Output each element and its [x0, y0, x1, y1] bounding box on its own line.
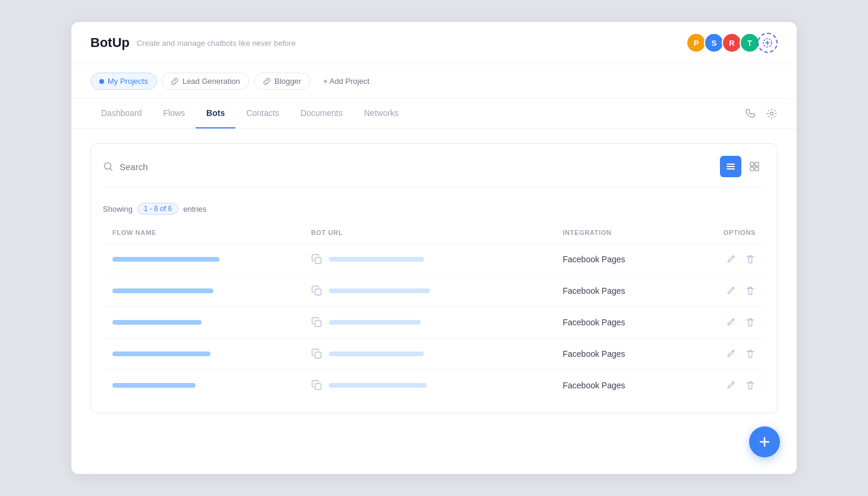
nav-tabs-right — [744, 108, 778, 120]
svg-point-2 — [105, 163, 111, 169]
header: BotUp Create and manage chatbots like ne… — [71, 22, 797, 64]
svg-rect-8 — [750, 167, 754, 171]
nav-tabs-bar: Dashboard Flows Bots Contacts Documents … — [71, 99, 797, 129]
list-view-button[interactable] — [720, 156, 741, 177]
search-input-wrap — [103, 161, 720, 172]
showing-label: Showing — [103, 205, 133, 214]
content-card: Showing 1 - 6 of 6 entries FLOW NAME BOT… — [90, 143, 778, 413]
delete-button[interactable] — [745, 349, 756, 359]
project-tab-label: Lead Generation — [183, 77, 240, 86]
flow-name-cell — [103, 275, 301, 307]
search-icon — [103, 161, 114, 172]
svg-point-1 — [770, 112, 773, 115]
project-tab-label: Blogger — [275, 77, 301, 86]
svg-rect-14 — [315, 384, 321, 390]
bot-url-cell — [301, 338, 553, 370]
integration-cell: Facebook Pages — [553, 307, 686, 338]
table-row: Facebook Pages — [103, 370, 765, 401]
app-container: BotUp Create and manage chatbots like ne… — [71, 22, 797, 474]
search-input[interactable] — [119, 162, 720, 172]
bot-url-cell — [301, 275, 553, 307]
avatar-group: P S R T — [686, 33, 778, 53]
bots-table: FLOW NAME BOT URL INTEGRATION OPTIONS — [103, 224, 765, 401]
table-row: Facebook Pages — [103, 338, 765, 370]
col-integration: INTEGRATION — [553, 224, 686, 244]
copy-icon[interactable] — [311, 348, 323, 360]
options-cell — [685, 370, 765, 401]
col-options: OPTIONS — [685, 224, 765, 244]
phone-icon[interactable] — [744, 108, 756, 120]
showing-suffix: entries — [183, 205, 206, 214]
chain-icon — [171, 77, 179, 86]
avatar-r[interactable]: R — [722, 33, 742, 53]
copy-icon[interactable] — [311, 316, 323, 328]
delete-button[interactable] — [745, 380, 756, 391]
flow-name-cell — [103, 338, 301, 370]
options-cell — [685, 307, 765, 338]
chain-icon — [263, 77, 271, 86]
options-cell — [685, 244, 765, 275]
edit-button[interactable] — [726, 349, 737, 359]
showing-bar: Showing 1 - 6 of 6 entries — [103, 197, 765, 224]
tab-bots[interactable]: Bots — [196, 99, 235, 128]
bot-url-cell — [301, 244, 553, 275]
grid-view-button[interactable] — [744, 156, 765, 177]
app-logo: BotUp — [90, 35, 130, 51]
project-tab-my-projects[interactable]: My Projects — [90, 73, 157, 90]
col-flow-name: FLOW NAME — [103, 224, 301, 244]
edit-button[interactable] — [726, 254, 737, 265]
integration-cell: Facebook Pages — [553, 275, 686, 307]
add-project-label: + Add Project — [323, 77, 370, 86]
tab-flows[interactable]: Flows — [153, 99, 196, 128]
tab-documents[interactable]: Documents — [290, 99, 353, 128]
delete-button[interactable] — [745, 317, 756, 328]
flow-name-cell — [103, 307, 301, 338]
table-row: Facebook Pages — [103, 244, 765, 275]
avatar-p[interactable]: P — [686, 33, 706, 53]
svg-rect-12 — [315, 321, 321, 327]
settings-icon[interactable] — [766, 108, 778, 120]
svg-rect-11 — [315, 289, 321, 295]
integration-cell: Facebook Pages — [553, 244, 686, 275]
svg-rect-6 — [750, 162, 754, 166]
add-project-button[interactable]: + Add Project — [315, 73, 378, 89]
flow-name-cell — [103, 370, 301, 401]
flow-name-cell — [103, 244, 301, 275]
avatar-s[interactable]: S — [704, 33, 724, 53]
project-tab-label: My Projects — [108, 77, 148, 86]
svg-rect-9 — [755, 167, 759, 171]
bot-url-cell — [301, 370, 553, 401]
header-left: BotUp Create and manage chatbots like ne… — [90, 35, 295, 51]
options-cell — [685, 338, 765, 370]
add-user-button[interactable] — [757, 33, 778, 53]
edit-button[interactable] — [726, 380, 737, 391]
tab-dashboard[interactable]: Dashboard — [90, 99, 153, 128]
view-toggle — [720, 156, 765, 177]
bot-url-cell — [301, 307, 553, 338]
copy-icon[interactable] — [311, 379, 323, 391]
avatar-t[interactable]: T — [740, 33, 760, 53]
delete-button[interactable] — [745, 254, 756, 265]
project-tab-lead-generation[interactable]: Lead Generation — [162, 73, 249, 90]
edit-button[interactable] — [726, 285, 737, 296]
copy-icon[interactable] — [311, 285, 323, 297]
project-tabs-bar: My Projects Lead Generation Blogger + Ad… — [71, 64, 797, 99]
add-bot-fab[interactable] — [749, 426, 780, 457]
active-dot — [99, 79, 104, 84]
col-bot-url: BOT URL — [301, 224, 553, 244]
integration-cell: Facebook Pages — [553, 338, 686, 370]
tab-networks[interactable]: Networks — [353, 99, 409, 128]
svg-rect-4 — [727, 166, 735, 167]
svg-rect-5 — [727, 168, 735, 169]
table-row: Facebook Pages — [103, 307, 765, 338]
table-row: Facebook Pages — [103, 275, 765, 307]
svg-rect-10 — [315, 258, 321, 263]
app-subtitle: Create and manage chatbots like never be… — [137, 39, 295, 48]
svg-rect-3 — [727, 164, 735, 165]
edit-button[interactable] — [726, 317, 737, 328]
delete-button[interactable] — [745, 285, 756, 296]
showing-badge: 1 - 6 of 6 — [137, 203, 178, 215]
tab-contacts[interactable]: Contacts — [235, 99, 290, 128]
project-tab-blogger[interactable]: Blogger — [254, 73, 310, 90]
copy-icon[interactable] — [311, 253, 323, 265]
